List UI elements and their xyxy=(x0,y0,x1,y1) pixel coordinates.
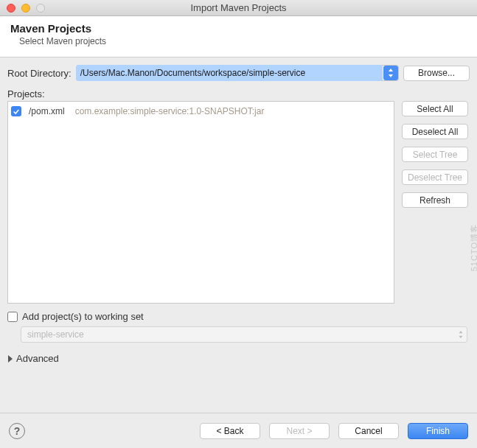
cancel-button[interactable]: Cancel xyxy=(338,423,399,439)
browse-button[interactable]: Browse... xyxy=(403,66,470,81)
chevron-right-icon xyxy=(7,355,13,363)
select-all-button[interactable]: Select All xyxy=(402,101,468,116)
projects-label: Projects: xyxy=(7,88,470,99)
project-item[interactable]: /pom.xml com.example:simple-service:1.0-… xyxy=(11,106,391,116)
project-artifact: com.example:simple-service:1.0-SNAPSHOT:… xyxy=(75,106,265,116)
refresh-button[interactable]: Refresh xyxy=(402,192,468,208)
finish-button[interactable]: Finish xyxy=(408,423,468,439)
wizard-banner: Maven Projects Select Maven projects xyxy=(0,16,477,57)
back-button[interactable]: < Back xyxy=(200,423,260,439)
root-directory-row: Root Directory: /Users/Mac.Manon/Documen… xyxy=(7,65,470,81)
chevron-updown-icon[interactable] xyxy=(383,66,398,80)
page-title: Maven Projects xyxy=(10,22,467,35)
project-file: /pom.xml xyxy=(29,106,65,116)
titlebar: Import Maven Projects xyxy=(0,0,477,16)
root-directory-label: Root Directory: xyxy=(7,68,72,79)
chevron-updown-icon xyxy=(458,331,464,338)
next-button: Next > xyxy=(269,423,330,439)
working-set-row[interactable]: Add project(s) to working set xyxy=(7,311,470,322)
content-area: Root Directory: /Users/Mac.Manon/Documen… xyxy=(0,57,477,368)
advanced-toggle[interactable]: Advanced xyxy=(7,353,470,364)
select-tree-button: Select Tree xyxy=(402,147,468,162)
page-subtitle: Select Maven projects xyxy=(10,36,467,46)
working-set-label: Add project(s) to working set xyxy=(22,311,144,322)
projects-section: /pom.xml com.example:simple-service:1.0-… xyxy=(7,101,470,304)
root-directory-value[interactable]: /Users/Mac.Manon/Documents/workspace/sim… xyxy=(76,65,383,81)
help-icon[interactable]: ? xyxy=(9,423,25,439)
projects-list[interactable]: /pom.xml com.example:simple-service:1.0-… xyxy=(7,101,394,304)
deselect-all-button[interactable]: Deselect All xyxy=(402,124,468,139)
working-set-select: simple-service xyxy=(21,326,467,343)
projects-buttons: Select All Deselect All Select Tree Dese… xyxy=(402,101,470,304)
working-set-value: simple-service xyxy=(27,329,84,340)
project-checkbox[interactable] xyxy=(11,106,21,116)
working-set-checkbox[interactable] xyxy=(7,312,18,322)
advanced-label: Advanced xyxy=(16,353,59,364)
window-title: Import Maven Projects xyxy=(0,2,477,13)
deselect-tree-button: Deselect Tree xyxy=(402,169,468,185)
wizard-footer: ? < Back Next > Cancel Finish xyxy=(0,413,477,448)
root-directory-combo[interactable]: /Users/Mac.Manon/Documents/workspace/sim… xyxy=(76,65,399,81)
